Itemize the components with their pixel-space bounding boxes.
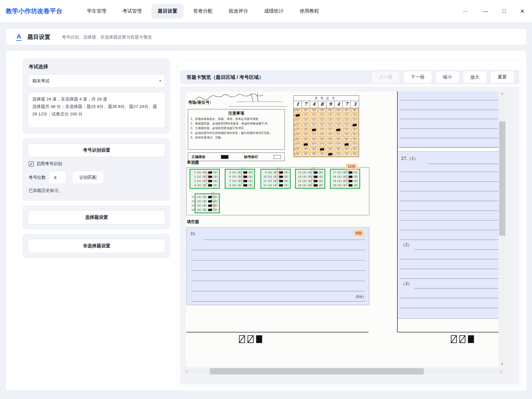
enable-examno-checkbox[interactable]: ✓	[29, 161, 34, 167]
choice-settings-button[interactable]: 选择题设置	[28, 210, 165, 224]
bubble-cell: [8]	[334, 147, 343, 152]
preview-button-缩小[interactable]: 缩小	[435, 71, 459, 83]
digit-bubble: [6]	[351, 138, 359, 142]
bubble-cell: [6]	[310, 137, 318, 142]
examno-settings-button[interactable]: 考号识别设置	[28, 143, 165, 157]
maximize-icon[interactable]: □	[503, 8, 506, 14]
digit-bubble: [8]	[302, 147, 310, 152]
exam-summary-line: 选择题共 48 分；非选择题：题25 8分、题26 8分、题27 24分、题28…	[32, 103, 161, 118]
alignment-marker-diagonal	[451, 335, 457, 343]
question-number: 23	[190, 204, 195, 207]
bubble-cell	[342, 142, 351, 147]
blank-points-note: (8分)	[356, 294, 364, 299]
exam-select[interactable]: 期末考试 ▾	[28, 74, 165, 87]
digit-bubble: [9]	[318, 152, 326, 157]
option-bubble: [B]	[202, 208, 207, 211]
option-bubble: [A]	[196, 208, 202, 211]
digit-bubble: [8]	[326, 147, 334, 152]
right-page-q27-section: 27.（1） （2） （3）	[398, 151, 499, 319]
more-icon[interactable]: ⋯	[463, 8, 469, 15]
bubble-row: 2[2][2][2][2][2][2][2][2]	[294, 118, 359, 123]
preview-button-重置[interactable]: 重置	[490, 71, 514, 83]
red-annotation-square	[211, 193, 214, 196]
bubble-cell: [3]	[326, 123, 334, 128]
option-bubble: [A]	[302, 180, 307, 183]
cyan-annotation-square	[211, 197, 214, 200]
filled-bubble-mark	[352, 124, 357, 126]
nav-tab-答卷分配[interactable]: 答卷分配	[187, 4, 219, 19]
answer-line	[203, 240, 365, 240]
option-bubble: [A]	[232, 184, 237, 187]
scroll-left-icon[interactable]: ‹	[186, 368, 187, 374]
digit-bubble: [5]	[326, 133, 334, 137]
option-bubble: [A]	[196, 175, 202, 178]
bubble-cell: [3]	[318, 123, 326, 128]
filled-bubble-mark	[295, 114, 300, 117]
empty-mark-sample	[274, 155, 281, 159]
digit-bubble: [8]	[335, 147, 342, 152]
fill-legend-box: 正确填涂 缺考标记	[188, 153, 285, 161]
bubble-row-label: 4	[294, 129, 295, 131]
horizontal-scrollbar-thumb[interactable]	[210, 368, 424, 374]
nav-tab-题目设置[interactable]: 题目设置	[152, 4, 184, 19]
digit-bubble	[318, 147, 326, 152]
exam-summary-line: 选择题 24 道，非选择题 4 道，共 28 道	[32, 95, 161, 103]
bubble-cell: [7]	[326, 142, 334, 147]
mc-question-row: 21[A][B][D]	[196, 195, 218, 199]
page-title: 题目设置	[27, 33, 50, 41]
option-bubble: [D]	[284, 180, 289, 183]
bubble-cell: [2]	[310, 118, 318, 123]
option-bubble: [D]	[213, 180, 218, 183]
right-page-alignment-markers	[451, 335, 474, 343]
scroll-right-icon[interactable]: ›	[501, 368, 502, 374]
preview-button-放大[interactable]: 放大	[463, 71, 487, 83]
close-icon[interactable]: ✕	[520, 8, 525, 15]
nav-tab-成绩统计[interactable]: 成绩统计	[258, 4, 290, 19]
bubble-cell: [3]	[334, 123, 343, 128]
notice-item: 1、答题前请将姓名、班级、考场、准考证号填写清楚。	[191, 117, 282, 121]
answer-line	[400, 298, 499, 298]
horizontal-scrollbar[interactable]: ‹ ›	[184, 368, 504, 374]
option-bubble: [D]	[353, 175, 358, 178]
digit-bubble: [3]	[302, 123, 310, 127]
question-number: 18	[332, 175, 336, 178]
option-bubble: [A]	[196, 171, 202, 174]
app-logo: 教学小作坊改卷平台	[6, 0, 62, 22]
minimize-icon[interactable]: —	[483, 8, 488, 14]
seat-number-label: 考场/座位号:	[188, 100, 211, 105]
answer-line	[191, 250, 365, 250]
bubble-cell: [2]	[342, 118, 351, 123]
digit-bubble: [0]	[326, 109, 334, 113]
answer-line	[400, 201, 499, 201]
examno-digits-input[interactable]	[49, 171, 66, 184]
digit-bubble: [5]	[302, 133, 310, 137]
bubble-cell: [1]	[342, 113, 351, 118]
mc-question-row: 13[A][B][D]	[297, 170, 324, 175]
nav-tab-学生管理[interactable]: 学生管理	[81, 4, 113, 19]
preview-button-上一份[interactable]: 上一份	[371, 71, 400, 83]
cyan-annotation-square	[346, 172, 350, 175]
nav-tab-批改评分[interactable]: 批改评分	[222, 4, 254, 19]
digit-bubble: [5]	[351, 133, 359, 137]
red-annotation-square	[277, 172, 280, 175]
scroll-up-icon[interactable]: ∧	[499, 92, 505, 96]
vertical-scrollbar-thumb[interactable]	[499, 121, 505, 236]
digit-bubble: [3]	[343, 123, 350, 127]
preview-button-下一份[interactable]: 下一份	[403, 71, 432, 83]
mc-group: 1[A][B][D]2[A][B][D]3[A][B][D]4[A][B][D]	[190, 169, 220, 189]
main-content: 考试选择 期末考试 ▾ 选择题 24 道，非选择题 4 道，共 28 道选择题共…	[5, 50, 527, 391]
nav-tab-使用教程[interactable]: 使用教程	[293, 4, 325, 19]
option-bubble: [A]	[302, 171, 307, 174]
question-number: 7	[226, 180, 231, 183]
filled-bubble-mark	[328, 153, 332, 155]
nonchoice-settings-button[interactable]: 非选择题设置	[28, 239, 165, 253]
scroll-down-icon[interactable]: ∨	[499, 362, 505, 366]
digit-bubble: [2]	[326, 118, 334, 123]
bubble-row: 3[3][3][3][3][3][3][3]	[294, 123, 359, 128]
option-bubble: [A]	[337, 180, 342, 183]
nav-tab-考试管理[interactable]: 考试管理	[116, 4, 148, 19]
vertical-scrollbar[interactable]: ∧ ∨	[499, 91, 505, 367]
match-button[interactable]: 识别匹配	[72, 171, 104, 184]
option-bubble: [D]	[213, 184, 218, 187]
option-bubble: [A]	[196, 200, 202, 203]
